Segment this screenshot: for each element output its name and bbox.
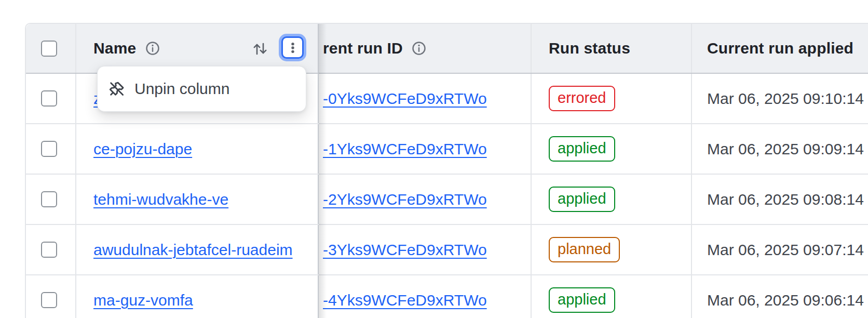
info-icon[interactable] — [411, 41, 427, 56]
current-run-applied-timestamp: Mar 06, 2025 09:06:14 am — [707, 292, 868, 309]
workspaces-table: Name — [25, 23, 868, 318]
run-id-link[interactable]: -2Yks9WCFeD9xRTWo — [323, 191, 487, 208]
sort-icon[interactable] — [252, 41, 268, 57]
run-id-link[interactable]: -3Yks9WCFeD9xRTWo — [323, 241, 487, 259]
header-run-status-cell: Run status — [532, 24, 692, 73]
run-status-badge: applied — [549, 136, 615, 162]
kebab-icon — [286, 41, 300, 55]
unpin-icon — [108, 80, 126, 98]
row-checkbox[interactable] — [41, 141, 57, 157]
run-id-link[interactable]: -0Yks9WCFeD9xRTWo — [323, 90, 487, 108]
workspace-name-link[interactable]: ma-guz-vomfa — [93, 292, 193, 309]
header-run-id-cell: rent run ID — [319, 24, 532, 73]
run-status-column-label: Run status — [549, 39, 630, 57]
row-checkbox[interactable] — [41, 292, 57, 308]
table-row: tehmi-wudvakhe-ve -2Yks9WCFeD9xRTWo appl… — [26, 175, 868, 225]
run-status-badge: applied — [549, 287, 615, 313]
row-checkbox[interactable] — [41, 242, 57, 258]
current-run-applied-timestamp: Mar 06, 2025 09:10:14 am — [707, 90, 868, 108]
current-run-applied-timestamp: Mar 06, 2025 09:09:14 am — [707, 140, 868, 158]
header-current-run-applied-cell: Current run applied — [692, 24, 868, 73]
table-row: ce-pojzu-dape -1Yks9WCFeD9xRTWo applied … — [26, 124, 868, 175]
row-checkbox[interactable] — [41, 90, 57, 107]
info-icon[interactable] — [145, 41, 160, 56]
table-row: ma-guz-vomfa -4Yks9WCFeD9xRTWo applied M… — [26, 275, 868, 318]
current-run-applied-timestamp: Mar 06, 2025 09:07:14 am — [707, 241, 868, 259]
column-options-menu: Unpin column — [97, 66, 306, 112]
run-id-link[interactable]: -4Yks9WCFeD9xRTWo — [323, 292, 487, 309]
header-name-cell: Name — [76, 24, 319, 73]
run-status-badge: planned — [549, 237, 620, 262]
table-row: awudulnak-jebtafcel-ruadeim -3Yks9WCFeD9… — [26, 225, 868, 275]
unpin-column-label: Unpin column — [134, 80, 229, 98]
row-checkbox[interactable] — [41, 191, 57, 207]
run-id-link[interactable]: -1Yks9WCFeD9xRTWo — [323, 140, 487, 158]
unpin-column-menu-item[interactable]: Unpin column — [108, 80, 295, 98]
run-status-badge: applied — [549, 187, 615, 212]
select-all-checkbox[interactable] — [41, 41, 57, 57]
column-options-button[interactable] — [281, 36, 304, 59]
run-status-badge: errored — [549, 86, 615, 111]
run-id-column-label: rent run ID — [323, 39, 403, 57]
workspace-name-link[interactable]: ce-pojzu-dape — [93, 140, 192, 158]
current-run-applied-column-label: Current run applied — [707, 39, 853, 57]
workspace-name-link[interactable]: tehmi-wudvakhe-ve — [93, 191, 228, 208]
workspace-name-link[interactable]: awudulnak-jebtafcel-ruadeim — [93, 241, 293, 259]
name-column-label: Name — [93, 39, 137, 57]
current-run-applied-timestamp: Mar 06, 2025 09:08:14 am — [707, 191, 868, 208]
header-select-cell — [26, 24, 76, 73]
